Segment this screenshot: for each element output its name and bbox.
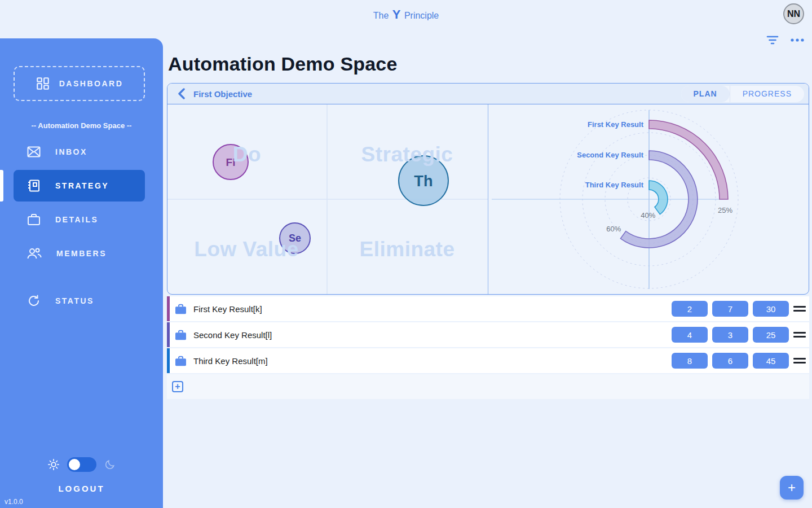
sidebar-item-details[interactable]: DETAILS	[14, 208, 145, 231]
objective-body: Do Strategic Low Value Eliminate FiThSe …	[167, 104, 809, 295]
dashboard-grid-icon	[36, 76, 50, 91]
quadrant-label-low-value: Low Value	[194, 238, 298, 261]
objective-title: First Objective	[193, 89, 252, 99]
app-logo: The Y Principle	[0, 7, 812, 22]
svg-text:25%: 25%	[718, 206, 732, 214]
briefcase-icon	[175, 330, 187, 340]
svg-text:Second Key Result: Second Key Result	[577, 151, 643, 159]
version-text: v1.0.0	[5, 498, 23, 506]
details-briefcase-icon	[27, 213, 41, 226]
sidebar: DASHBOARD -- Automation Demo Space -- IN…	[0, 38, 163, 508]
objective-header: First Objective PLAN PROGRESS	[167, 84, 809, 104]
quadrant-bubble-chart[interactable]: Do Strategic Low Value Eliminate FiThSe	[167, 104, 488, 295]
kr-value-start[interactable]: 4	[672, 327, 708, 343]
briefcase-icon	[175, 356, 187, 366]
moon-icon	[104, 459, 116, 470]
drag-handle-icon[interactable]	[793, 358, 806, 364]
kr-value-start[interactable]: 2	[672, 301, 708, 317]
kr-value-current[interactable]: 3	[712, 327, 748, 343]
quadrant-label-strategic: Strategic	[361, 143, 453, 167]
sidebar-item-dashboard[interactable]: DASHBOARD	[14, 66, 145, 101]
svg-text:60%: 60%	[606, 225, 621, 233]
kr-value-target[interactable]: 45	[753, 353, 789, 369]
drag-handle-icon[interactable]	[793, 306, 806, 312]
back-button[interactable]	[174, 87, 188, 100]
kr-label: Third Key Result[m]	[193, 356, 268, 366]
quadrant-label-do: Do	[233, 143, 261, 167]
logo-suffix: Principle	[404, 11, 439, 20]
members-people-icon	[27, 247, 42, 260]
quadrant-label-eliminate: Eliminate	[360, 238, 455, 261]
drag-handle-icon[interactable]	[793, 332, 806, 338]
key-result-row[interactable]: Third Key Result[m] 8 6 45	[167, 348, 809, 373]
active-nav-indicator	[0, 170, 3, 202]
objective-panel: First Objective PLAN PROGRESS Do Strateg…	[167, 83, 809, 295]
strategy-label: STRATEGY	[55, 181, 109, 190]
sidebar-item-strategy[interactable]: STRATEGY	[14, 170, 145, 202]
app-root: The Y Principle NN DASHBOARD -- Automati…	[0, 0, 812, 508]
strategy-journal-icon	[27, 179, 41, 192]
sidebar-item-inbox[interactable]: INBOX	[14, 141, 145, 163]
space-divider: -- Automation Demo Space --	[0, 121, 163, 130]
sidebar-item-members[interactable]: MEMBERS	[14, 242, 145, 265]
toggle-knob	[69, 459, 80, 470]
details-label: DETAILS	[55, 215, 98, 224]
sun-icon	[48, 459, 59, 470]
sidebar-item-status[interactable]: STATUS	[14, 290, 145, 312]
add-key-result-button[interactable]: +	[172, 381, 183, 392]
kr-value-target[interactable]: 30	[753, 301, 789, 317]
top-actions	[766, 34, 804, 46]
avatar-initials: NN	[787, 9, 800, 19]
add-objective-fab[interactable]: +	[780, 476, 804, 500]
status-label: STATUS	[55, 296, 94, 305]
svg-text:First Key Result: First Key Result	[588, 120, 644, 129]
inbox-label: INBOX	[55, 147, 87, 156]
kr-value-start[interactable]: 8	[672, 353, 708, 369]
kr-label: First Key Result[k]	[193, 304, 262, 314]
radial-progress-chart: First Key Result25%Second Key Result60%T…	[488, 104, 809, 295]
svg-text:Th: Th	[414, 172, 433, 190]
theme-toggle[interactable]	[67, 457, 96, 472]
quadrant-svg: FiThSe	[167, 104, 488, 295]
key-result-row[interactable]: Second Key Result[l] 4 3 25	[167, 322, 809, 347]
status-refresh-icon	[27, 294, 41, 308]
logo-prefix: The	[373, 11, 389, 20]
inbox-envelope-icon	[27, 146, 41, 157]
kr-value-current[interactable]: 6	[712, 353, 748, 369]
kr-value-target[interactable]: 25	[753, 327, 789, 343]
briefcase-icon	[175, 304, 187, 314]
logout-button[interactable]: LOGOUT	[0, 484, 163, 493]
kr-color-bar	[167, 322, 170, 347]
kr-values: 2 7 30	[672, 301, 789, 317]
svg-text:40%: 40%	[641, 211, 655, 220]
radial-svg: First Key Result25%Second Key Result60%T…	[488, 104, 809, 295]
kr-color-bar	[167, 296, 170, 321]
tab-plan[interactable]: PLAN	[681, 86, 730, 102]
members-label: MEMBERS	[56, 249, 107, 258]
svg-text:Third Key Result: Third Key Result	[585, 181, 644, 189]
logo-y-mark: Y	[391, 7, 402, 21]
kr-values: 4 3 25	[672, 327, 789, 343]
tab-progress[interactable]: PROGRESS	[730, 86, 804, 102]
key-result-row[interactable]: First Key Result[k] 2 7 30	[167, 296, 809, 321]
avatar[interactable]: NN	[783, 3, 804, 24]
dashboard-label: DASHBOARD	[59, 79, 123, 88]
kr-value-current[interactable]: 7	[712, 301, 748, 317]
view-tabs: PLAN PROGRESS	[681, 86, 804, 102]
theme-switch-row	[0, 457, 163, 472]
page-title: Automation Demo Space	[168, 53, 398, 75]
kr-color-bar	[167, 348, 170, 373]
key-result-list: First Key Result[k] 2 7 30 Second Key Re…	[167, 296, 809, 374]
filter-icon[interactable]	[766, 34, 779, 46]
add-key-result-strip: +	[167, 374, 809, 399]
ellipsis-icon[interactable]	[791, 34, 804, 46]
kr-values: 8 6 45	[672, 353, 789, 369]
kr-label: Second Key Result[l]	[193, 330, 272, 340]
